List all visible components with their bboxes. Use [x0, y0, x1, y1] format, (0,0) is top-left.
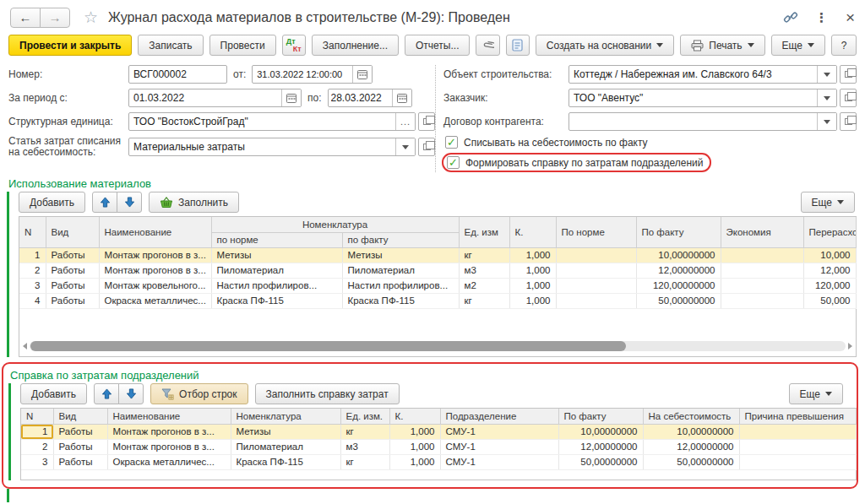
dropdown-button[interactable]	[817, 113, 836, 130]
add-row-button[interactable]: Добавить	[20, 383, 87, 404]
number-input[interactable]	[129, 66, 226, 83]
attachments-button[interactable]	[476, 35, 499, 56]
add-row-button[interactable]: Добавить	[19, 192, 85, 213]
column-header-unit[interactable]: Ед. изм.	[340, 409, 389, 424]
column-header-by-norm[interactable]: по норме	[211, 232, 342, 247]
form-cost-report-checkbox[interactable]: ✓	[447, 156, 460, 169]
table-row[interactable]: 1 Работы Монтаж прогонов в з... Метизы М…	[19, 247, 856, 263]
more-menu-icon[interactable]: ⋮	[815, 10, 829, 25]
dropdown-button[interactable]	[817, 89, 836, 106]
contract-input[interactable]	[569, 113, 817, 130]
table-more-button[interactable]: Еще	[789, 383, 843, 404]
writeoff-by-fact-label[interactable]: Списывать на себестоимость по факту	[464, 137, 648, 149]
post-and-close-button[interactable]: Провести и закрыть	[8, 35, 132, 56]
scroll-right-icon[interactable]	[848, 343, 852, 350]
column-header-nomenclature[interactable]: Номенклатура	[211, 217, 459, 232]
more-actions-button[interactable]: Еще	[771, 35, 825, 56]
filter-rows-button[interactable]: Отбор строк	[150, 383, 248, 404]
choose-button[interactable]: ...	[395, 113, 415, 130]
calendar-icon	[286, 93, 296, 103]
writeoff-by-fact-checkbox[interactable]: ✓	[445, 136, 458, 149]
chevron-down-icon	[837, 200, 844, 204]
construction-object-input[interactable]	[569, 66, 817, 83]
open-button[interactable]	[840, 89, 857, 107]
structural-unit-input[interactable]	[129, 113, 395, 130]
create-on-basis-button[interactable]: Создать на основании	[536, 35, 675, 56]
table-row[interactable]: 2 Работы Монтаж прогонов в з... Пиломате…	[21, 439, 856, 454]
column-header-n[interactable]: N	[19, 217, 46, 247]
calendar-button[interactable]	[281, 89, 301, 106]
table-row[interactable]: 3 Работы Окраска металличес... Краска ПФ…	[21, 454, 856, 469]
table-row[interactable]: 3 Работы Монтаж кровельного... Настил пр…	[19, 278, 856, 293]
calendar-button[interactable]	[352, 66, 372, 83]
move-row-up-button[interactable]	[94, 383, 119, 404]
column-header-kind[interactable]: Вид	[53, 409, 107, 424]
open-button[interactable]	[840, 65, 857, 84]
back-button[interactable]: ←	[10, 8, 41, 28]
page-title: Журнал расхода материалов в строительств…	[108, 10, 510, 25]
fill-cost-report-button[interactable]: Заполнить справку затрат	[255, 383, 400, 404]
form-cost-report-label[interactable]: Формировать справку по затратам подразде…	[465, 157, 703, 169]
favorite-star-icon[interactable]: ☆	[84, 8, 98, 27]
period-from-input[interactable]	[129, 89, 281, 106]
period-to-input[interactable]	[329, 89, 392, 106]
document-date-input[interactable]	[253, 66, 352, 83]
scrollbar-track[interactable]	[30, 341, 846, 351]
column-header-name[interactable]: Наименование	[107, 409, 231, 424]
forward-button[interactable]: →	[40, 8, 70, 28]
close-icon[interactable]: ×	[846, 8, 855, 27]
column-header-n[interactable]: N	[21, 409, 53, 424]
document-report-icon	[512, 39, 523, 51]
scroll-left-icon[interactable]	[23, 343, 27, 350]
move-row-down-button[interactable]	[118, 383, 144, 404]
customer-input[interactable]	[569, 89, 817, 106]
date-from-label: от:	[233, 68, 246, 80]
open-button[interactable]	[418, 138, 435, 156]
cost-report-toolbar: Добавить Отбор строк	[20, 383, 853, 404]
column-header-unit[interactable]: Ед. изм	[459, 217, 509, 247]
column-header-cost[interactable]: На себестоимость	[643, 409, 739, 424]
chevron-down-icon	[656, 43, 663, 47]
move-row-up-button[interactable]	[92, 192, 117, 213]
table-row[interactable]: 2 Работы Монтаж прогонов в з... Пиломате…	[19, 263, 856, 278]
show-postings-button[interactable]: ДтКт	[282, 35, 306, 56]
post-button[interactable]: Провести	[209, 35, 276, 56]
cost-item-input[interactable]	[129, 138, 395, 155]
fill-table-button[interactable]: Заполнить	[149, 192, 239, 213]
column-header-fact[interactable]: По факту	[558, 409, 643, 424]
open-icon	[423, 144, 431, 150]
horizontal-scrollbar[interactable]	[23, 339, 852, 352]
filling-button[interactable]: Заполнение...	[312, 35, 399, 56]
column-header-department[interactable]: Подразделение	[440, 409, 558, 424]
table-row[interactable]: 1 Работы Монтаж прогонов в з... Метизы к…	[21, 424, 856, 439]
print-button[interactable]: Печать	[680, 35, 764, 56]
column-header-nomenclature[interactable]: Номенклатура	[231, 409, 340, 424]
reports-button[interactable]: Отчеты...	[405, 35, 470, 56]
write-button[interactable]: Записать	[138, 35, 203, 56]
report-structure-button[interactable]	[506, 35, 530, 56]
scrollbar-thumb[interactable]	[30, 341, 626, 351]
column-header-norm[interactable]: По норме	[556, 217, 636, 247]
paperclip-icon	[482, 39, 494, 52]
cost-item-box	[128, 138, 416, 156]
nav-history-group: ← →	[10, 8, 70, 28]
column-header-fact[interactable]: По факту	[636, 217, 721, 247]
dropdown-button[interactable]	[395, 138, 415, 155]
column-header-k[interactable]: К.	[389, 409, 440, 424]
column-header-by-fact[interactable]: по факту	[342, 232, 459, 247]
open-button[interactable]	[840, 112, 857, 131]
column-header-reason[interactable]: Причина превышения	[739, 409, 856, 424]
table-row[interactable]: 4 Работы Окраска металличес... Краска ПФ…	[19, 293, 856, 308]
get-link-icon[interactable]	[783, 11, 798, 24]
column-header-kind[interactable]: Вид	[46, 217, 99, 247]
help-button[interactable]: ?	[831, 35, 857, 56]
dropdown-button[interactable]	[817, 66, 836, 83]
open-button[interactable]	[418, 112, 435, 131]
table-more-button[interactable]: Еще	[801, 192, 855, 213]
column-header-economy[interactable]: Экономия	[721, 217, 803, 247]
column-header-overrun[interactable]: Перерасход	[803, 217, 856, 247]
column-header-name[interactable]: Наименование	[99, 217, 211, 247]
column-header-k[interactable]: К.	[509, 217, 556, 247]
calendar-button[interactable]	[392, 89, 411, 106]
move-row-down-button[interactable]	[117, 192, 142, 213]
